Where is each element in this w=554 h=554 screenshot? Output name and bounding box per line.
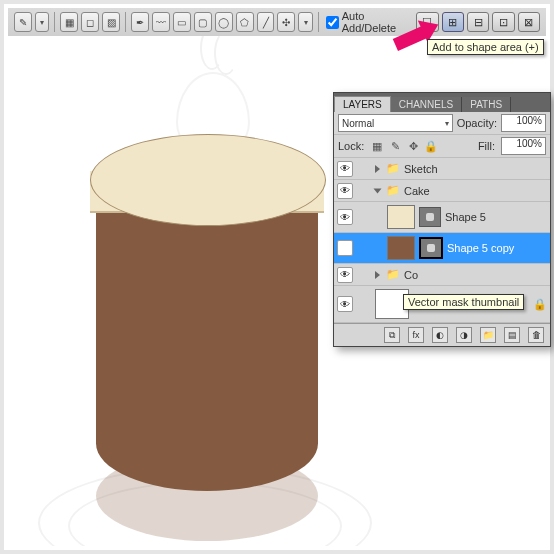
- freeform-pen-icon[interactable]: 〰: [152, 12, 170, 32]
- layer-group-cake[interactable]: 👁 📁 Cake: [334, 180, 550, 202]
- sketch-steam-icon: [196, 36, 246, 86]
- tooltip-vector-mask: Vector mask thumbnail: [403, 294, 524, 310]
- layer-label: Sketch: [404, 163, 438, 175]
- lock-image-icon[interactable]: ✎: [388, 139, 402, 153]
- blend-opacity-row: Normal▾ Opacity: 100%: [334, 112, 550, 135]
- tooltip-add-to-shape: Add to shape area (+): [427, 39, 544, 55]
- folder-icon: 📁: [386, 268, 400, 281]
- options-bar: ✎ ▾ ▦ ◻ ▨ ✒ 〰 ▭ ▢ ◯ ⬠ ╱ ✣ ▾ Auto Add/Del…: [8, 8, 546, 37]
- folder-icon: 📁: [386, 162, 400, 175]
- pen-tool-icon[interactable]: ✒: [131, 12, 149, 32]
- fill-label: Fill:: [478, 140, 495, 152]
- preset-dropdown-icon[interactable]: ▾: [35, 12, 49, 32]
- fill-pixels-icon[interactable]: ▨: [102, 12, 120, 32]
- layer-group-co[interactable]: 👁 📁 Co: [334, 264, 550, 286]
- separator: [54, 12, 55, 32]
- new-layer-icon[interactable]: ▤: [504, 327, 520, 343]
- rounded-rect-icon[interactable]: ▢: [194, 12, 212, 32]
- intersect-shape-icon[interactable]: ⊡: [492, 12, 514, 32]
- layer-label: Shape 5: [445, 211, 486, 223]
- layer-style-icon[interactable]: fx: [408, 327, 424, 343]
- auto-add-delete-checkbox[interactable]: Auto Add/Delete: [326, 10, 411, 34]
- layer-shape5[interactable]: 👁 Shape 5: [334, 202, 550, 233]
- visibility-toggle[interactable]: 👁: [337, 240, 353, 256]
- add-to-shape-icon[interactable]: ⊞: [442, 12, 464, 32]
- cake-shape: [78, 116, 338, 516]
- layer-group-sketch[interactable]: 👁 📁 Sketch: [334, 158, 550, 180]
- rectangle-icon[interactable]: ▭: [173, 12, 191, 32]
- layer-label: Co: [404, 269, 418, 281]
- vector-mask-thumbnail[interactable]: [419, 207, 441, 227]
- lock-transparent-icon[interactable]: ▦: [370, 139, 384, 153]
- opacity-label: Opacity:: [457, 117, 497, 129]
- ellipse-icon[interactable]: ◯: [215, 12, 233, 32]
- visibility-toggle[interactable]: 👁: [337, 161, 353, 177]
- shape-layers-icon[interactable]: ▦: [60, 12, 78, 32]
- lock-all-icon[interactable]: 🔒: [424, 139, 438, 153]
- tab-layers[interactable]: LAYERS: [334, 96, 391, 112]
- layer-mask-icon[interactable]: ◐: [432, 327, 448, 343]
- layer-shape5-copy[interactable]: 👁 Shape 5 copy: [334, 233, 550, 264]
- lock-icon: 🔒: [533, 298, 547, 311]
- subtract-shape-icon[interactable]: ⊟: [467, 12, 489, 32]
- panel-tabs: LAYERS CHANNELS PATHS: [334, 93, 550, 112]
- polygon-icon[interactable]: ⬠: [236, 12, 254, 32]
- visibility-toggle[interactable]: 👁: [337, 267, 353, 283]
- custom-shape-icon[interactable]: ✣: [277, 12, 295, 32]
- adjustment-layer-icon[interactable]: ◑: [456, 327, 472, 343]
- visibility-toggle[interactable]: 👁: [337, 183, 353, 199]
- shape-dropdown-icon[interactable]: ▾: [298, 12, 312, 32]
- folder-icon: 📁: [386, 184, 400, 197]
- panel-footer: ⧉ fx ◐ ◑ 📁 ▤ 🗑: [334, 323, 550, 346]
- separator: [125, 12, 126, 32]
- lock-label: Lock:: [338, 140, 364, 152]
- paths-mode-icon[interactable]: ◻: [81, 12, 99, 32]
- link-layers-icon[interactable]: ⧉: [384, 327, 400, 343]
- line-icon[interactable]: ╱: [257, 12, 275, 32]
- layer-label: Shape 5 copy: [447, 242, 514, 254]
- pen-preset-icon[interactable]: ✎: [14, 12, 32, 32]
- opacity-input[interactable]: 100%: [501, 114, 546, 132]
- auto-add-delete-input[interactable]: [326, 16, 339, 29]
- blend-mode-value: Normal: [342, 118, 374, 129]
- expand-icon[interactable]: [375, 165, 380, 173]
- fill-thumbnail[interactable]: [387, 205, 415, 229]
- visibility-toggle[interactable]: 👁: [337, 209, 353, 225]
- expand-icon[interactable]: [375, 271, 380, 279]
- delete-layer-icon[interactable]: 🗑: [528, 327, 544, 343]
- new-group-icon[interactable]: 📁: [480, 327, 496, 343]
- auto-add-delete-label: Auto Add/Delete: [342, 10, 411, 34]
- vector-mask-thumbnail-selected[interactable]: [419, 237, 443, 259]
- exclude-shape-icon[interactable]: ⊠: [518, 12, 540, 32]
- tab-channels[interactable]: CHANNELS: [391, 97, 462, 112]
- fill-thumbnail[interactable]: [387, 236, 415, 260]
- tab-paths[interactable]: PATHS: [462, 97, 511, 112]
- lock-fill-row: Lock: ▦ ✎ ✥ 🔒 Fill: 100%: [334, 135, 550, 158]
- visibility-toggle[interactable]: 👁: [337, 296, 353, 312]
- lock-position-icon[interactable]: ✥: [406, 139, 420, 153]
- separator: [318, 12, 319, 32]
- fill-input[interactable]: 100%: [501, 137, 546, 155]
- collapse-icon[interactable]: [374, 188, 382, 193]
- blend-mode-select[interactable]: Normal▾: [338, 114, 453, 132]
- layer-label: Cake: [404, 185, 430, 197]
